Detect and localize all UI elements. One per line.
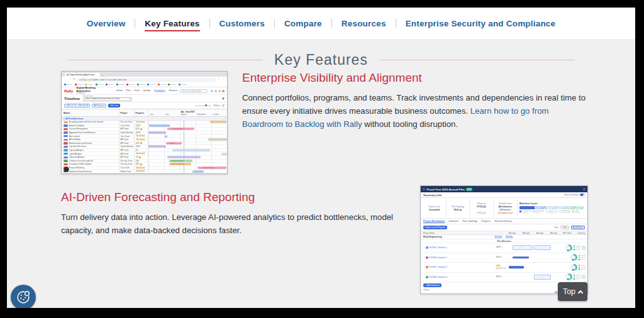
define-projects-button[interactable]: Define List of Projects — [423, 226, 447, 229]
saved-views-dropdown[interactable]: Select or Add Saved and Shared Views ▾ — [83, 97, 132, 101]
features-filter-chip[interactable]: All Features — [92, 104, 106, 107]
timeline-row-project: Digital Banking — [119, 131, 135, 134]
info-icon[interactable]: ◉ — [222, 97, 225, 100]
nav-item-customers[interactable]: Customers — [219, 19, 265, 28]
bookmark-item[interactable] — [179, 84, 187, 85]
rally-nav-plan[interactable]: Plan — [126, 89, 131, 93]
back-icon[interactable]: ← — [64, 78, 67, 81]
plan-icon — [423, 188, 425, 190]
gantt-bar[interactable] — [208, 139, 227, 141]
col-project[interactable]: Project — [121, 112, 128, 114]
gantt-bar[interactable] — [192, 170, 204, 172]
back-to-top-button[interactable]: Top — [558, 282, 587, 301]
bookmark-star-icon[interactable]: ☆ — [218, 78, 220, 81]
bookmark-item[interactable] — [75, 84, 83, 85]
bookmark-item[interactable] — [85, 84, 93, 85]
rally-nav-portfolios[interactable]: Portfolios — [153, 89, 166, 93]
settings-icon[interactable] — [218, 90, 221, 92]
gantt-bar[interactable] — [172, 150, 210, 151]
avatar[interactable] — [222, 90, 225, 92]
nav-item-key-features[interactable]: Key Features — [145, 19, 199, 31]
gantt-bar[interactable] — [167, 156, 201, 158]
expand-caret-icon[interactable]: › — [424, 266, 425, 269]
gantt-bar[interactable] — [169, 163, 191, 165]
gantt-bar[interactable] — [167, 128, 194, 130]
project-name-header[interactable]: Project Name — [423, 232, 435, 234]
cookie-consent-button[interactable] — [11, 285, 36, 308]
expand-caret-icon[interactable]: › — [424, 256, 425, 259]
gantt-bar[interactable] — [148, 132, 166, 134]
timeline-row[interactable]: Implement Fraud DetectionMobile TeamNot … — [62, 170, 227, 173]
bookmark-item[interactable] — [96, 84, 104, 85]
browser-menu-icon[interactable]: ⋮ — [222, 78, 225, 81]
workspace-title[interactable]: Digital Banking Application 6 Children — [76, 87, 109, 95]
initiative-link[interactable]: F12345: Initiative 1 — [429, 246, 447, 249]
col-progress[interactable]: Progress — [136, 112, 145, 114]
bookmark-item[interactable] — [137, 84, 145, 85]
show-summary-control[interactable]: Show Summary — [564, 194, 585, 196]
legend-item: 3,619 (37%)Explore Initiative — [546, 211, 557, 214]
expand-caret-icon[interactable]: › — [424, 275, 425, 278]
portfolio-item-chip — [64, 156, 68, 158]
url-field[interactable]: rally1.rallydev.com/#/custom/timeline — [77, 78, 216, 82]
add-initiatives-button[interactable]: + Add Initiatives — [423, 283, 441, 287]
gantt-bar[interactable] — [197, 167, 226, 169]
gantt-bar[interactable] — [166, 142, 182, 144]
bookmark-item[interactable] — [106, 84, 114, 85]
bookmark-item[interactable] — [168, 84, 176, 85]
gantt-bar[interactable] — [210, 121, 226, 123]
show-summary-toggle[interactable] — [580, 194, 585, 196]
plan-tab-plan-topology[interactable]: Plan Topology — [462, 220, 477, 222]
nav-item-enterprise-security-and-compliance[interactable]: Enterprise Security and Compliance — [406, 19, 556, 28]
rally-nav-track[interactable]: Track — [134, 89, 140, 93]
expand-caret-icon[interactable]: › — [424, 246, 425, 249]
table-toggle[interactable]: Table — [560, 226, 569, 229]
rally-nav-home[interactable]: Home — [116, 89, 123, 93]
col-name[interactable]: Name — [64, 112, 70, 114]
gantt-bar[interactable] — [165, 135, 167, 137]
bookmark-title — [150, 84, 155, 85]
rally-nav-reports[interactable]: Reports — [169, 89, 177, 93]
by-release-toggle[interactable]: By Release — [571, 226, 585, 229]
progress-value: 100% ✓ — [496, 256, 503, 258]
chat-widget-icon[interactable] — [64, 167, 69, 172]
expand-icon[interactable] — [583, 188, 586, 190]
plan-tab-initiatives[interactable]: Initiatives — [448, 220, 458, 222]
notifications-icon[interactable] — [211, 90, 213, 92]
plan-tab-revision-history[interactable]: Revision History — [494, 220, 511, 222]
nav-item-compare[interactable]: Compare — [284, 19, 322, 28]
gantt-bar[interactable] — [221, 153, 227, 155]
plan-group-row[interactable]: Rally Engineering PI1 (26)PI2 (26) — [421, 235, 587, 239]
gantt-bar[interactable] — [148, 146, 166, 148]
rally-nav-quality[interactable]: Quality — [143, 89, 150, 93]
summary-card: Plan TopologyRoll up — [447, 199, 470, 217]
summary-card: Portfolio Items44 Initiatives4 Features4… — [494, 199, 518, 217]
nav-item-overview[interactable]: Overview — [87, 19, 126, 28]
plan-tab-progress[interactable]: Progress — [481, 220, 491, 222]
bookmark-item[interactable] — [116, 84, 125, 85]
bookmark-item[interactable] — [158, 84, 166, 85]
date-range-chip[interactable]: 2020-11-14 - 2024-02-06 — [64, 104, 90, 107]
bookmark-item[interactable] — [64, 84, 72, 85]
initiative-link[interactable]: F12348: Initiative 4 — [429, 276, 447, 278]
reload-icon[interactable]: ↻ — [73, 78, 75, 81]
gear-icon[interactable] — [222, 104, 225, 107]
plan-tab-project-breakdown[interactable]: Project Breakdown — [423, 220, 445, 223]
slider-handle[interactable] — [205, 104, 207, 106]
bookmark-item[interactable] — [126, 84, 135, 85]
gantt-bar[interactable] — [169, 160, 193, 162]
forward-icon[interactable]: → — [69, 78, 72, 81]
donut-legend-swatch — [579, 265, 580, 266]
edit-view-button[interactable]: Edit View — [108, 104, 120, 107]
nav-item-resources[interactable]: Resources — [341, 19, 386, 28]
gantt-bar[interactable] — [149, 124, 170, 126]
plan-col-header: Average — [530, 232, 543, 234]
tools-dropdown[interactable]: Tools ▾ — [213, 104, 220, 107]
zoom-slider[interactable] — [195, 106, 211, 106]
initiative-link[interactable]: F12347: Initiative 3 — [429, 266, 447, 268]
bookmark-item[interactable] — [147, 84, 155, 85]
initiative-link[interactable]: F12346: Initiative 2 — [429, 256, 447, 259]
rally-search-input[interactable]: Search all work items — [179, 89, 208, 93]
help-icon[interactable] — [214, 90, 217, 92]
legend-swatch — [572, 211, 574, 212]
